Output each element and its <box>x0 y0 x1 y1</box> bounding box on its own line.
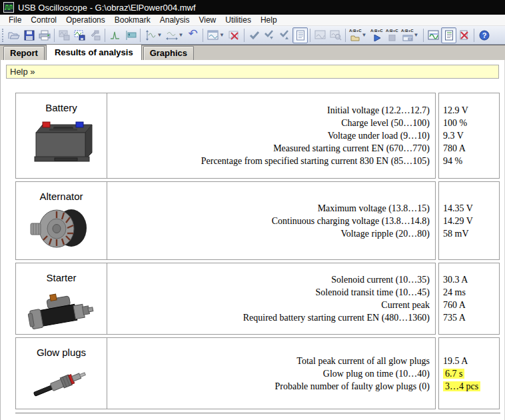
titlebar: USB Oscilloscope - G:\obraz\ElPower004.m… <box>0 0 505 15</box>
battery-values-cell: 12.9 V 100 % 9.3 V 780 A 94 % <box>438 93 500 179</box>
graph-view-icon <box>428 30 439 40</box>
report-panel: Help » Battery <box>0 60 505 420</box>
analysis-run-button[interactable]: A:B+C <box>369 27 384 43</box>
table-row-battery: Battery Initial voltage (12.2…12. <box>15 93 500 179</box>
undo-button[interactable]: ↶ <box>185 27 201 43</box>
menu-utilities[interactable]: Utilities <box>221 15 256 25</box>
report-end-rule <box>15 413 500 414</box>
oscilloscope-wave-icon <box>5 4 13 11</box>
toolbar-separator <box>474 29 474 42</box>
abc-label: A:B+C <box>349 29 362 33</box>
save-processed-button-disabled[interactable] <box>87 27 103 43</box>
param-label: Current peak <box>381 299 430 311</box>
param-label: Voltage under load (9…10) <box>328 129 430 142</box>
spike-marker-button[interactable] <box>107 27 123 43</box>
help-button[interactable]: ? <box>476 27 492 43</box>
param-label: Voltage ripple (20…80) <box>341 227 430 240</box>
analysis-open-icon <box>350 35 361 41</box>
report-view-button[interactable] <box>441 27 456 43</box>
param-label: Glow plug on time (10…40) <box>323 367 430 380</box>
menu-control[interactable]: Control <box>26 15 61 25</box>
open-file-button[interactable] <box>6 27 21 43</box>
save-selection-button[interactable] <box>72 27 87 43</box>
document-icon <box>296 30 305 41</box>
menu-bookmark[interactable]: Bookmark <box>110 15 155 25</box>
close-waveform-button[interactable] <box>227 27 242 43</box>
open-file-icon <box>8 30 20 41</box>
param-value: 780 A <box>443 142 466 155</box>
analysis-stop-button-disabled[interactable]: A:B+C <box>384 27 400 43</box>
analysis-stop-icon <box>388 35 396 41</box>
help-link[interactable]: Help » <box>10 67 35 77</box>
param-value: 760 A <box>443 299 466 311</box>
close-document-button[interactable] <box>456 27 472 43</box>
toolbar-separator <box>310 29 310 42</box>
tab-graphics[interactable]: Graphics <box>143 46 194 60</box>
accept-next-button[interactable] <box>262 27 277 43</box>
analysis-window-icon <box>402 35 413 41</box>
print-button[interactable] <box>37 27 52 43</box>
section-title-battery: Battery <box>45 102 77 113</box>
tab-report[interactable]: Report <box>3 46 45 60</box>
toolbar-separator <box>203 29 203 42</box>
accept-button[interactable] <box>247 27 262 43</box>
graph-zoom-button-disabled[interactable] <box>328 27 343 43</box>
battery-image-cell: Battery <box>15 93 107 179</box>
dropdown-arrow-icon: ▼ <box>414 33 419 38</box>
param-value: 100 % <box>443 117 467 129</box>
results-table: Battery Initial voltage (12.2…12. <box>15 93 500 414</box>
graph-view-button[interactable] <box>426 27 441 43</box>
check-down2-icon <box>280 30 290 40</box>
undo-icon: ↶ <box>188 28 197 39</box>
analysis-window-button[interactable]: A:B+C ▼ <box>400 27 421 43</box>
toolbar-separator <box>140 29 141 42</box>
table-row-glow-plugs: Glow plugs Total pe <box>15 337 500 409</box>
param-value: 58 mV <box>443 227 469 240</box>
glow-plugs-params-cell: Total peak current of all glow plugs Glo… <box>107 337 436 409</box>
abc-label: A:B+C <box>386 29 398 33</box>
waveform-window-icon <box>207 30 219 40</box>
menu-file[interactable]: File <box>4 15 26 25</box>
menu-analysis[interactable]: Analysis <box>155 15 195 25</box>
starter-image <box>25 288 98 329</box>
table-row-starter: Starter <box>15 263 500 335</box>
param-label: Continuous charging voltage (13.8…14.8) <box>272 215 430 227</box>
param-label: Maximum voltage (13.8…15) <box>318 202 430 215</box>
vertical-scale-button[interactable]: ▼ <box>143 27 164 43</box>
menu-operations[interactable]: Operations <box>61 15 110 25</box>
battery-image <box>27 118 96 166</box>
param-value: 735 A <box>443 311 466 324</box>
param-label: Total peak current of all glow plugs <box>296 355 430 367</box>
save-image-button-disabled[interactable] <box>57 27 72 43</box>
analysis-open-button[interactable]: A:B+C ▼ <box>348 27 369 43</box>
toolbar-grip[interactable] <box>2 29 4 42</box>
graph-button-disabled[interactable] <box>312 27 328 43</box>
horizontal-scale-button[interactable]: ▼ <box>164 27 185 43</box>
starter-image-cell: Starter <box>15 263 107 335</box>
abc-label: A:B+C <box>370 29 383 33</box>
menu-help[interactable]: Help <box>256 15 282 25</box>
graph-zoom-disabled-icon <box>330 30 342 41</box>
save-button[interactable] <box>21 27 37 43</box>
report-document-button[interactable] <box>292 27 308 43</box>
param-value: 30.3 A <box>443 273 468 286</box>
save-icon <box>24 30 35 41</box>
table-row-alternator: Alternator <box>15 181 500 260</box>
dropdown-arrow-icon: ▼ <box>179 33 184 38</box>
help-bar: Help » <box>6 65 499 79</box>
trigger-marker-button[interactable] <box>123 27 138 43</box>
close-document-icon <box>459 30 470 41</box>
print-icon <box>39 30 51 41</box>
waveform-window-button[interactable]: ▼ <box>205 27 227 43</box>
menu-view[interactable]: View <box>194 15 221 25</box>
param-label: Required battery starting current EN (48… <box>243 311 430 324</box>
accept-prev-button[interactable] <box>277 27 292 43</box>
tab-results-of-analysis[interactable]: Results of analysis <box>46 44 142 60</box>
menubar: File Control Operations Bookmark Analysi… <box>0 15 505 26</box>
window-title: USB Oscilloscope - G:\obraz\ElPower004.m… <box>18 3 196 13</box>
param-label: Percentage from specified starting curre… <box>201 155 430 167</box>
section-title-glow-plugs: Glow plugs <box>37 347 86 358</box>
alternator-image <box>29 207 93 251</box>
section-title-alternator: Alternator <box>39 191 83 202</box>
starter-values-cell: 30.3 A 24 ms 760 A 735 A <box>438 263 500 335</box>
